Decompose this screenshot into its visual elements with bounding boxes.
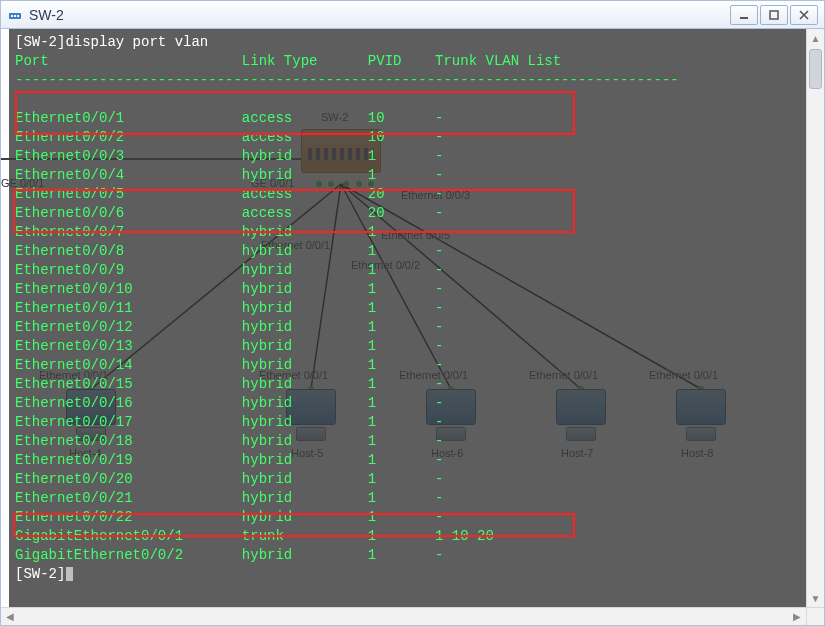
svg-rect-2 (14, 15, 16, 17)
app-icon (7, 7, 23, 23)
maximize-button[interactable] (760, 5, 788, 25)
terminal[interactable]: [SW-2]display port vlan Port Link Type P… (1, 29, 806, 607)
scroll-right-arrow[interactable]: ▶ (788, 608, 806, 625)
scroll-up-arrow[interactable]: ▲ (807, 29, 824, 47)
app-window: SW-2 (0, 0, 825, 626)
close-button[interactable] (790, 5, 818, 25)
titlebar[interactable]: SW-2 (1, 1, 824, 29)
minimize-button[interactable] (730, 5, 758, 25)
window-controls (730, 5, 818, 25)
svg-rect-3 (17, 15, 19, 17)
scrollbar-corner (806, 607, 824, 625)
svg-rect-1 (11, 15, 13, 17)
window-title: SW-2 (29, 7, 730, 23)
horizontal-scrollbar[interactable]: ◀ ▶ (1, 607, 806, 625)
content-area: SW-2 GE 0/0/1 GE 0/0/1 Ethernet 0/0/3 Et… (1, 29, 824, 625)
scroll-left-arrow[interactable]: ◀ (1, 608, 19, 625)
scroll-down-arrow[interactable]: ▼ (807, 589, 824, 607)
scroll-thumb-vertical[interactable] (809, 49, 822, 89)
vertical-scrollbar[interactable]: ▲ ▼ (806, 29, 824, 607)
terminal-text: [SW-2]display port vlan Port Link Type P… (9, 29, 806, 607)
svg-rect-5 (770, 11, 778, 19)
